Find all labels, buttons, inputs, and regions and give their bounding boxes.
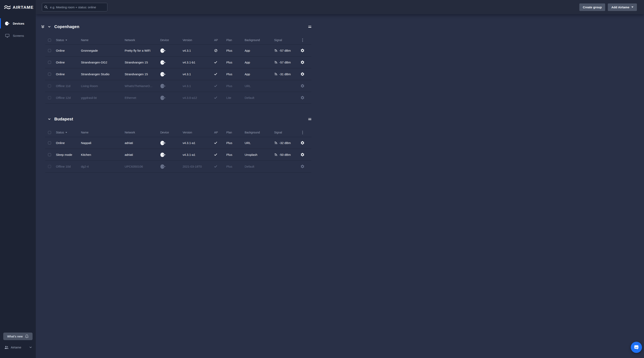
column-header-signal[interactable]: Signal <box>272 38 298 42</box>
column-header-network[interactable]: Network <box>122 131 158 134</box>
check-icon <box>214 96 217 99</box>
status-cell: Online <box>53 60 78 64</box>
signal-icon <box>274 72 278 76</box>
table-row[interactable]: OnlineGronnegadePretty fly for a WiFiv4.… <box>45 44 311 56</box>
column-header-signal[interactable]: Signal <box>272 131 298 134</box>
gear-icon[interactable] <box>300 164 304 169</box>
row-checkbox[interactable] <box>48 72 51 76</box>
row-select-cell <box>45 61 53 64</box>
column-header-ap[interactable]: AP <box>212 131 224 134</box>
background-cell: App <box>242 49 272 52</box>
name-cell: yggdrasil-bt <box>78 96 122 100</box>
column-header-plan[interactable]: Plan <box>224 38 242 42</box>
column-header-version[interactable]: Version <box>180 38 212 42</box>
name-cell: Strandvangen Studio <box>78 72 122 76</box>
column-header-background[interactable]: Background <box>242 131 272 134</box>
row-checkbox[interactable] <box>48 49 51 52</box>
row-select-cell <box>45 153 53 156</box>
collapse-all-button[interactable] <box>41 25 44 29</box>
version-cell: v4.3.1 <box>180 72 212 76</box>
gear-glyph <box>300 72 304 76</box>
check-icon <box>214 61 217 64</box>
status-cell: Sleep mode <box>53 153 78 156</box>
select-all-checkbox[interactable] <box>48 39 51 42</box>
gear-icon[interactable] <box>300 48 304 53</box>
table-row[interactable]: OnlineStrandvangen StudioStrandvangen 15… <box>45 68 311 80</box>
name-cell: Strandvangen-DG2 <box>78 60 122 64</box>
background-cell: Unsplash <box>242 153 272 156</box>
gear-icon[interactable] <box>300 84 304 88</box>
row-checkbox[interactable] <box>48 61 51 64</box>
ap-cell <box>212 73 224 76</box>
gear-icon[interactable] <box>300 152 304 157</box>
signal-value: -57 dBm <box>279 60 291 64</box>
status-cell: Online <box>53 49 78 52</box>
version-cell: v4.3.0-a12 <box>180 96 212 100</box>
name-cell: Nappali <box>78 141 122 144</box>
airtame-wave-icon <box>4 5 11 10</box>
device-cell <box>158 60 180 65</box>
device-icon <box>160 72 166 77</box>
table-row[interactable]: Offline 12dyggdrasil-btEthernetv4.3.0-a1… <box>45 92 311 104</box>
columns-menu-cell <box>298 131 311 134</box>
ap-cell <box>212 165 224 168</box>
group-chevron-button[interactable] <box>48 25 51 28</box>
row-checkbox[interactable] <box>48 84 51 88</box>
ap-cell <box>212 96 224 99</box>
gear-glyph <box>300 48 304 53</box>
table-row[interactable]: Offline 10ddg2-4UPC63501062021-03-18T0Pl… <box>45 160 311 172</box>
column-header-status[interactable]: Status <box>53 131 78 134</box>
column-header-background[interactable]: Background <box>242 38 272 42</box>
column-header-status[interactable]: Status <box>53 38 78 42</box>
device-group: BudapestStatusNameNetworkDeviceVersionAP… <box>36 115 322 172</box>
gear-icon[interactable] <box>300 72 304 76</box>
kebab-menu-icon[interactable] <box>302 131 303 134</box>
signal-icon <box>274 153 278 156</box>
gear-icon[interactable] <box>300 96 304 100</box>
sidebar-item-screens[interactable]: Screens <box>0 30 36 42</box>
column-header-plan[interactable]: Plan <box>224 131 242 134</box>
row-select-cell <box>45 96 53 99</box>
settings-cell <box>298 141 311 145</box>
status-cell: Offline 10d <box>53 165 78 168</box>
select-all-checkbox[interactable] <box>48 131 51 134</box>
row-checkbox[interactable] <box>48 96 51 99</box>
device-icon <box>160 164 166 169</box>
gear-icon[interactable] <box>300 60 304 64</box>
column-header-network[interactable]: Network <box>122 38 158 42</box>
sidebar-item-devices[interactable]: Devices <box>0 17 36 30</box>
column-header-device[interactable]: Device <box>158 131 180 134</box>
brand-logo: AIRTAME <box>4 5 36 10</box>
signal-icon <box>274 49 278 52</box>
group-options-icon[interactable] <box>308 118 311 120</box>
row-select-cell <box>45 84 53 88</box>
row-checkbox[interactable] <box>48 165 51 168</box>
version-cell: v4.3.1 <box>180 49 212 52</box>
column-header-ap[interactable]: AP <box>212 38 224 42</box>
search-input[interactable] <box>42 3 107 12</box>
row-checkbox[interactable] <box>48 141 51 144</box>
row-checkbox[interactable] <box>48 153 51 156</box>
network-cell: Ethernet <box>122 96 158 100</box>
gear-glyph <box>300 152 304 157</box>
kebab-menu-icon[interactable] <box>302 38 303 42</box>
group-options-icon[interactable] <box>308 26 311 28</box>
table-row[interactable]: Offline 11dLiving RoomWhatIsTheNameO...v… <box>45 80 311 92</box>
group-chevron-button[interactable] <box>48 118 51 120</box>
column-header-name[interactable]: Name <box>78 38 122 42</box>
table-row[interactable]: Sleep modeKitchenadriativ4.3.1-a1PlusUns… <box>45 149 311 160</box>
chevron-down-icon <box>48 118 51 120</box>
column-header-name[interactable]: Name <box>78 131 122 134</box>
table-row[interactable]: OnlineStrandvangen-DG2Strandvangen 15v4.… <box>45 56 311 68</box>
column-header-device[interactable]: Device <box>158 38 180 42</box>
device-cell <box>158 48 180 53</box>
device-icon <box>5 21 10 26</box>
device-icon <box>160 84 166 89</box>
table-row[interactable]: OnlineNappaliadriativ4.3.1-a1PlusURL-32 … <box>45 137 311 149</box>
version-cell: v4.3.1-a1 <box>180 153 212 156</box>
column-header-version[interactable]: Version <box>180 131 212 134</box>
chevron-down-icon <box>48 25 51 28</box>
gear-icon[interactable] <box>300 141 304 145</box>
network-cell: adriati <box>122 141 158 144</box>
version-cell: v4.3.1 <box>180 84 212 88</box>
